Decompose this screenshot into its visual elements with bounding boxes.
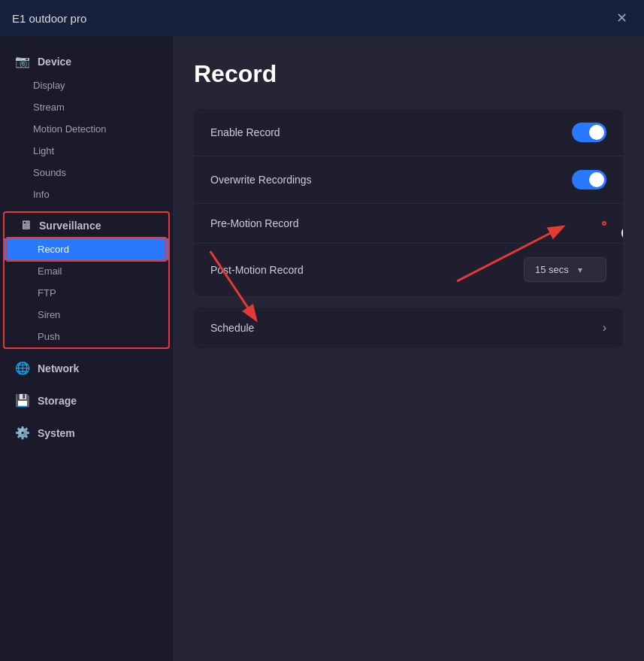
sidebar-section-network: 🌐 Network — [0, 355, 173, 381]
sidebar-item-ftp[interactable]: FTP — [5, 282, 168, 304]
setting-label-enable-record: Enable Record — [210, 126, 280, 138]
sidebar-section-header-system[interactable]: ⚙️ System — [0, 420, 173, 446]
sidebar: 📷 Device Display Stream Motion Detection… — [0, 36, 173, 661]
sidebar-item-email[interactable]: Email — [5, 260, 168, 282]
toggle-highlighted-wrapper — [602, 221, 606, 226]
schedule-label: Schedule — [210, 322, 254, 334]
setting-row-enable-record: Enable Record — [194, 109, 623, 156]
setting-row-post-motion-record: Post-Motion Record 15 secs ▾ — [194, 244, 623, 296]
sidebar-item-siren[interactable]: Siren — [5, 304, 168, 326]
page-title: Record — [194, 60, 623, 88]
sidebar-item-push[interactable]: Push — [5, 326, 168, 347]
system-icon: ⚙️ — [15, 426, 30, 440]
sidebar-item-motion-detection[interactable]: Motion Detection — [0, 118, 173, 140]
toggle-overwrite-recordings[interactable] — [572, 170, 606, 190]
sidebar-section-device: 📷 Device Display Stream Motion Detection… — [0, 48, 173, 205]
window-title: E1 outdoor pro — [12, 12, 86, 25]
sidebar-item-light[interactable]: Light — [0, 140, 173, 162]
title-bar: E1 outdoor pro ✕ — [0, 0, 644, 36]
setting-label-post-motion-record: Post-Motion Record — [210, 264, 304, 276]
app-window: E1 outdoor pro ✕ 📷 Device Display Stream… — [0, 0, 644, 661]
storage-icon: 💾 — [15, 393, 30, 408]
sidebar-section-header-surveillance: 🖥 Surveillance — [5, 213, 168, 238]
schedule-row[interactable]: Schedule › — [194, 308, 623, 348]
setting-label-pre-motion-record: Pre-Motion Record — [210, 217, 299, 229]
sidebar-item-sounds[interactable]: Sounds — [0, 162, 173, 183]
toggle-slider-enable-record — [572, 123, 606, 142]
chevron-right-icon: › — [603, 321, 606, 335]
sidebar-section-storage: 💾 Storage — [0, 387, 173, 414]
setting-row-overwrite-recordings: Overwrite Recordings — [194, 156, 623, 204]
sidebar-item-record[interactable]: Record — [5, 238, 168, 260]
dropdown-value-post-motion: 15 secs — [535, 264, 569, 275]
toggle-slider-overwrite-recordings — [572, 170, 606, 190]
sidebar-section-header-device: 📷 Device — [0, 48, 173, 74]
sidebar-section-surveillance: 🖥 Surveillance Record Email FTP Siren Pu… — [3, 211, 170, 349]
schedule-card: Schedule › — [194, 308, 623, 348]
sidebar-item-info[interactable]: Info — [0, 183, 173, 205]
dropdown-post-motion[interactable]: 15 secs ▾ — [524, 257, 606, 282]
setting-row-pre-motion-record: Pre-Motion Record — [194, 204, 623, 244]
toggle-enable-record[interactable] — [572, 123, 606, 142]
sidebar-item-stream[interactable]: Stream — [0, 96, 173, 118]
main-layout: 📷 Device Display Stream Motion Detection… — [0, 36, 644, 661]
camera-icon: 📷 — [15, 54, 30, 68]
sidebar-section-system: ⚙️ System — [0, 420, 173, 446]
sidebar-section-label-surveillance: Surveillance — [39, 220, 101, 232]
sidebar-section-header-storage[interactable]: 💾 Storage — [0, 387, 173, 414]
chevron-down-icon: ▾ — [578, 265, 582, 275]
close-button[interactable]: ✕ — [611, 8, 632, 29]
sidebar-section-label-network: Network — [38, 362, 79, 374]
sidebar-item-display[interactable]: Display — [0, 74, 173, 96]
sidebar-section-header-network[interactable]: 🌐 Network — [0, 355, 173, 381]
sidebar-section-label-storage: Storage — [38, 395, 77, 407]
network-icon: 🌐 — [15, 361, 30, 375]
sidebar-section-label-system: System — [38, 427, 75, 439]
settings-card-main: Enable Record Overwrite Recordings Pre-M… — [194, 109, 623, 296]
monitor-icon: 🖥 — [20, 219, 32, 232]
sidebar-section-label-device: Device — [38, 56, 71, 68]
setting-label-overwrite-recordings: Overwrite Recordings — [210, 174, 312, 186]
content-area: Record Enable Record Overwrite Recording… — [173, 36, 644, 661]
